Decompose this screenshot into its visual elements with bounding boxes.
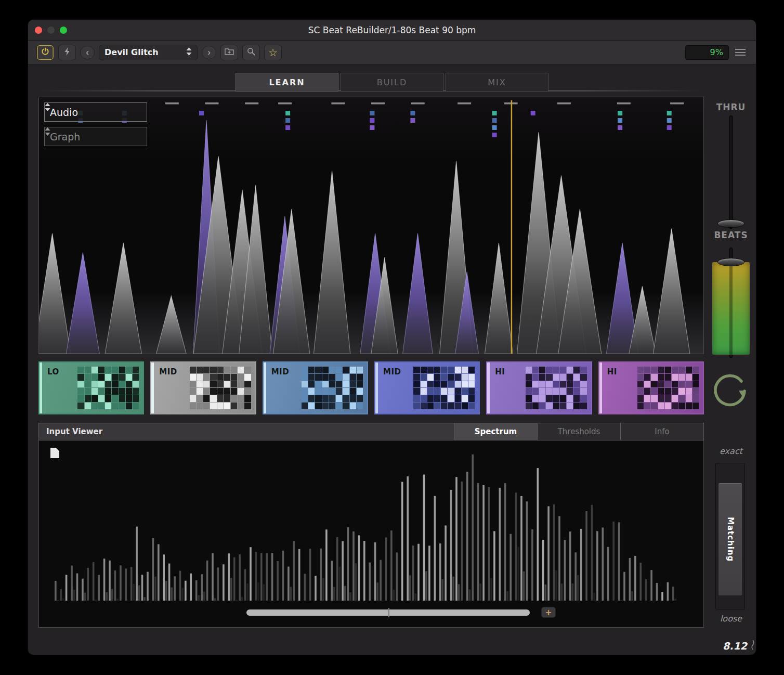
save-preset-button[interactable]	[220, 45, 238, 60]
band-card-hi-1[interactable]: HI	[486, 361, 592, 414]
spectrum-svg	[39, 440, 703, 627]
beats-level-bar	[712, 262, 750, 355]
toolbar: ‹ Devil Glitch › ☆ 9%	[28, 41, 756, 64]
power-button[interactable]	[36, 45, 54, 60]
preset-name: Devil Glitch	[104, 47, 159, 57]
star-icon: ☆	[268, 46, 278, 59]
band-stripe	[151, 362, 154, 413]
matching-slider-label: Matching	[726, 517, 735, 562]
next-preset-button[interactable]: ›	[202, 46, 216, 59]
tab-thresholds[interactable]: Thresholds	[537, 423, 620, 440]
band-mosaic	[526, 367, 587, 409]
loop-button[interactable]	[710, 369, 751, 410]
slider-knob[interactable]	[717, 219, 744, 228]
updown-arrows-icon	[186, 47, 192, 58]
band-stripe	[599, 362, 602, 413]
band-mosaic	[190, 367, 251, 409]
tab-spectrum[interactable]: Spectrum	[454, 423, 537, 440]
band-stripe	[487, 362, 490, 413]
input-viewer: Input Viewer Spectrum Thresholds Info +	[38, 423, 704, 628]
band-card-mid-1[interactable]: MID	[150, 361, 256, 414]
beats-label: BEATS	[707, 230, 755, 240]
waveform-display[interactable]: Audio Graph	[38, 97, 704, 354]
matching-value-row: 8.12	[697, 640, 755, 652]
close-button[interactable]	[35, 27, 42, 34]
prev-preset-button[interactable]: ‹	[80, 46, 95, 59]
tab-build[interactable]: BUILD	[341, 73, 443, 92]
menu-button[interactable]	[733, 45, 748, 60]
spectrum-scrollbar[interactable]	[246, 609, 530, 616]
slider-knob[interactable]	[717, 258, 744, 266]
slider-track	[729, 115, 733, 229]
band-card-lo[interactable]: LO	[38, 361, 144, 414]
graph-selector-label: Graph	[50, 131, 80, 142]
graph-selector[interactable]: Graph	[44, 127, 147, 146]
loop-arrow-icon	[710, 404, 751, 411]
band-label: MID	[383, 367, 401, 377]
titlebar[interactable]: SC Beat ReBuilder/1-80s Beat 90 bpm	[28, 20, 756, 41]
fullscreen-button[interactable]	[60, 27, 67, 34]
band-card-mid-3[interactable]: MID	[374, 361, 480, 414]
tab-mix[interactable]: MIX	[446, 73, 548, 92]
band-label: HI	[495, 367, 505, 377]
band-mosaic	[413, 367, 475, 409]
band-mosaic	[302, 367, 363, 409]
cpu-meter: 9%	[685, 45, 729, 60]
band-label: LO	[47, 367, 59, 377]
matching-slider-handle[interactable]: Matching	[718, 483, 742, 595]
band-label: MID	[271, 367, 289, 377]
beats-slider[interactable]	[707, 248, 755, 358]
hamburger-icon	[735, 49, 746, 50]
corner-grip-icon	[751, 640, 755, 652]
thru-label: THRU	[707, 102, 755, 112]
spectrum-view[interactable]: +	[38, 440, 704, 628]
matching-value[interactable]: 8.12	[723, 640, 747, 652]
search-icon	[247, 47, 255, 58]
preset-selector[interactable]: Devil Glitch	[99, 45, 198, 60]
input-viewer-title: Input Viewer	[39, 427, 102, 436]
exact-label: exact	[707, 446, 755, 456]
band-card-hi-2[interactable]: HI	[598, 361, 704, 414]
window-title: SC Beat ReBuilder/1-80s Beat 90 bpm	[308, 25, 476, 35]
lightning-icon	[63, 47, 71, 58]
main-tabs: LEARN BUILD MIX	[28, 73, 756, 92]
favorite-button[interactable]: ☆	[264, 45, 282, 60]
audio-selector-label: Audio	[50, 107, 78, 118]
input-viewer-tabs: Spectrum Thresholds Info	[454, 423, 703, 440]
band-mosaic	[637, 367, 699, 409]
loose-label: loose	[707, 614, 755, 624]
band-stripe	[264, 362, 266, 413]
minimize-button[interactable]	[47, 27, 55, 34]
audio-selector[interactable]: Audio	[44, 102, 147, 122]
band-label: HI	[607, 367, 617, 377]
traffic-lights	[35, 20, 67, 40]
search-presets-button[interactable]	[242, 45, 260, 60]
zoom-in-button[interactable]: +	[541, 607, 556, 618]
thru-slider[interactable]	[707, 115, 755, 229]
input-viewer-header: Input Viewer Spectrum Thresholds Info	[38, 423, 704, 440]
band-label: MID	[159, 367, 177, 377]
band-stripe	[375, 362, 378, 413]
folder-add-icon	[225, 47, 234, 57]
plugin-window: SC Beat ReBuilder/1-80s Beat 90 bpm ‹ De…	[28, 20, 756, 655]
tab-learn[interactable]: LEARN	[236, 73, 338, 92]
band-card-mid-2[interactable]: MID	[263, 361, 368, 414]
band-stripe	[40, 362, 42, 413]
band-mosaic	[77, 367, 139, 409]
power-icon	[41, 47, 49, 58]
band-row: LO MID MID MID HI HI	[38, 361, 704, 414]
tab-info[interactable]: Info	[620, 423, 703, 440]
matching-slider[interactable]: Matching	[715, 463, 745, 609]
trigger-button[interactable]	[58, 45, 76, 60]
